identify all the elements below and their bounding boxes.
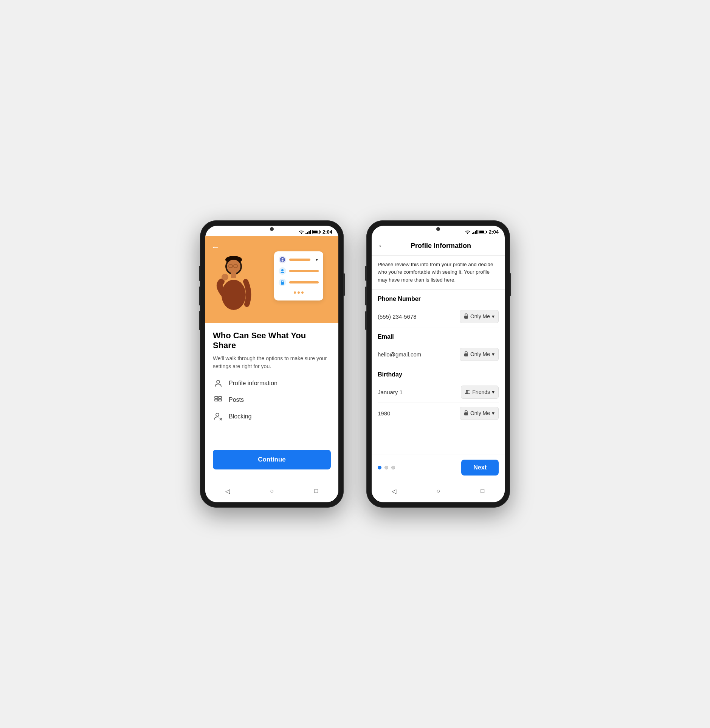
- grid-icon: [213, 395, 223, 405]
- privacy-label-2-0: Friends: [472, 389, 490, 395]
- hero-banner: ←: [205, 236, 338, 323]
- feature-label-profile: Profile information: [229, 380, 277, 387]
- phone1-body: Who Can See What You Share We'll walk th…: [205, 323, 338, 481]
- wifi-icon-2: [465, 229, 471, 234]
- phones-container: 2:04 ←: [200, 220, 510, 508]
- privacy-label-2-1: Only Me: [470, 410, 490, 416]
- svg-rect-23: [464, 353, 468, 356]
- bottom-bar: Next: [372, 454, 505, 481]
- person-off-icon: [213, 411, 223, 422]
- page-dot-2: [391, 466, 395, 469]
- volume-up-button-2: [365, 266, 367, 281]
- phone1-title: Who Can See What You Share: [213, 331, 331, 351]
- silent-button: [199, 311, 200, 330]
- privacy-chevron-0-0: ▾: [492, 313, 495, 319]
- battery-icon: [312, 230, 321, 234]
- power-button-2: [510, 273, 511, 296]
- signal-icon-2: [472, 229, 477, 234]
- svg-rect-26: [464, 412, 468, 415]
- next-button[interactable]: Next: [461, 460, 499, 476]
- wifi-icon: [298, 229, 304, 234]
- privacy-chevron-2-0: ▾: [492, 389, 495, 395]
- feature-label-posts: Posts: [229, 397, 244, 403]
- svg-point-25: [468, 390, 470, 391]
- privacy-chevron-2-1: ▾: [492, 410, 495, 416]
- privacy-icon-2-0: [465, 389, 470, 395]
- nav-back-2[interactable]: ◁: [389, 486, 399, 496]
- phone1-subtitle: We'll walk through the options to make s…: [213, 355, 331, 370]
- privacy-icon-1-0: [464, 351, 468, 358]
- person-illustration: [213, 251, 262, 323]
- settings-row-globe: ▼: [279, 256, 319, 263]
- privacy-dropdown-0-0[interactable]: Only Me ▾: [460, 310, 499, 323]
- page-header: ← Profile Information: [372, 236, 505, 256]
- nav-home-1[interactable]: ○: [267, 486, 277, 496]
- camera-notch: [270, 227, 274, 231]
- nav-recent-2[interactable]: □: [477, 486, 488, 496]
- page-dot-0: [378, 466, 381, 469]
- feature-label-blocking: Blocking: [229, 413, 251, 420]
- section-title-1: Email: [378, 327, 499, 344]
- svg-point-14: [217, 380, 220, 383]
- settings-row-lock: [279, 279, 319, 286]
- nav-home-2[interactable]: ○: [433, 486, 443, 496]
- privacy-icon-2-1: [464, 410, 468, 417]
- privacy-dropdown-1-0[interactable]: Only Me ▾: [460, 348, 499, 361]
- row-value-2-1: 1980: [378, 410, 390, 417]
- phone-2-screen: 2:04 ← Profile Information Please review…: [372, 226, 505, 502]
- row-value-0-0: (555) 234-5678: [378, 313, 417, 320]
- volume-up-button: [199, 266, 200, 281]
- header-back-btn[interactable]: ←: [378, 241, 386, 251]
- settings-row-person: [279, 267, 319, 275]
- section-row-2-1: 1980 Only Me ▾: [378, 403, 499, 424]
- svg-point-8: [222, 274, 228, 280]
- volume-down-button: [199, 287, 200, 305]
- nav-bar-2: ◁ ○ □: [372, 481, 505, 502]
- phone-1: 2:04 ←: [200, 220, 344, 508]
- battery-icon-2: [479, 230, 487, 234]
- privacy-label-0-0: Only Me: [470, 313, 490, 319]
- phone-1-screen: 2:04 ←: [205, 226, 338, 502]
- privacy-label-1-0: Only Me: [470, 351, 490, 357]
- page-description: Please review this info from your profil…: [372, 256, 505, 290]
- svg-rect-18: [219, 399, 222, 401]
- page-title: Profile Information: [392, 242, 499, 250]
- status-icons-2: 2:04: [465, 229, 499, 235]
- section-title-2: Birthday: [378, 365, 499, 382]
- phone2-content: ← Profile Information Please review this…: [372, 236, 505, 481]
- svg-point-24: [466, 390, 468, 392]
- feature-item-posts: Posts: [213, 395, 331, 405]
- nav-back-1[interactable]: ◁: [222, 486, 233, 496]
- nav-recent-1[interactable]: □: [311, 486, 321, 496]
- status-icons-1: 2:04: [298, 229, 332, 235]
- hero-illustration: ▼: [205, 236, 338, 323]
- privacy-chevron-1-0: ▾: [492, 351, 495, 357]
- svg-point-12: [281, 269, 284, 271]
- section-row-2-0: January 1 Friends ▾: [378, 382, 499, 403]
- privacy-dropdown-2-1[interactable]: Only Me ▾: [460, 407, 499, 420]
- section-row-1-0: hello@gmail.com Only Me ▾: [378, 344, 499, 365]
- row-value-1-0: hello@gmail.com: [378, 351, 421, 358]
- scroll-area[interactable]: Phone Number (555) 234-5678 Only Me ▾ Em…: [372, 290, 505, 454]
- continue-button[interactable]: Continue: [213, 450, 331, 469]
- signal-icon: [305, 229, 311, 234]
- section-title-0: Phone Number: [378, 290, 499, 306]
- pagination-dots: [378, 466, 395, 469]
- privacy-dropdown-2-0[interactable]: Friends ▾: [461, 386, 499, 399]
- row-value-2-0: January 1: [378, 389, 403, 395]
- status-time-2: 2:04: [489, 229, 499, 235]
- camera-notch-2: [436, 227, 440, 231]
- feature-list: Profile information Posts Blocking: [213, 378, 331, 422]
- phone1-content: ←: [205, 236, 338, 481]
- svg-rect-15: [215, 397, 218, 398]
- feature-item-blocking: Blocking: [213, 411, 331, 422]
- feature-item-profile: Profile information: [213, 378, 331, 389]
- page-dot-1: [384, 466, 388, 469]
- section-row-0-0: (555) 234-5678 Only Me ▾: [378, 306, 499, 327]
- pagination-dots-illus: [279, 291, 319, 294]
- silent-button-2: [365, 311, 367, 330]
- status-time-1: 2:04: [322, 229, 332, 235]
- svg-rect-16: [219, 397, 222, 398]
- power-button: [343, 273, 345, 296]
- svg-rect-17: [215, 399, 218, 401]
